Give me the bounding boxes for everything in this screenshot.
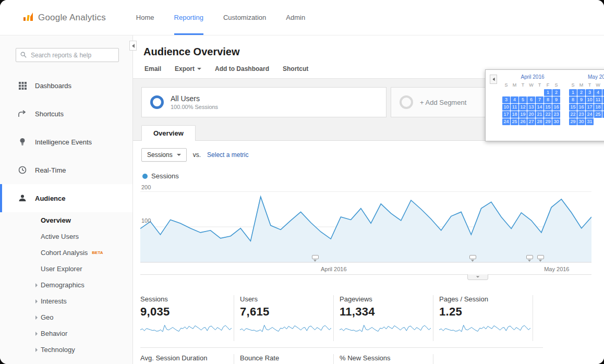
nav-admin[interactable]: Admin — [286, 0, 305, 35]
export-button[interactable]: Export — [175, 65, 201, 72]
calendar-day[interactable]: 25 — [511, 118, 518, 125]
calendar-day-header: F — [544, 82, 552, 89]
calendar-day[interactable]: 23 — [552, 111, 560, 118]
email-button[interactable]: Email — [144, 65, 161, 72]
metric-card-pages-per-session[interactable]: Pages / Session 1.25 — [439, 295, 533, 341]
calendar-day[interactable]: 22 — [569, 111, 577, 118]
metric-select-dropdown[interactable]: Sessions — [141, 148, 187, 162]
subnav-demographics[interactable]: Demographics — [0, 277, 132, 293]
calendar-day[interactable]: 7 — [536, 96, 543, 103]
google-analytics-brand[interactable]: Google Analytics — [0, 0, 106, 35]
calendar-day[interactable]: 6 — [527, 96, 535, 103]
metric-card-avg-session-duration[interactable]: Avg. Session Duration 00:01:16 — [140, 354, 234, 364]
calendar-day[interactable]: 12 — [519, 104, 527, 111]
sessions-chart[interactable] — [140, 191, 591, 264]
calendar-day[interactable]: 14 — [536, 104, 543, 111]
calendar-day[interactable]: 9 — [552, 96, 560, 103]
sidebar-item-dashboards[interactable]: Dashboards — [0, 71, 132, 100]
metric-card-users[interactable]: Users 7,615 — [240, 295, 334, 341]
calendar-empty-cell — [502, 89, 510, 96]
chart-collapse-tab[interactable] — [467, 274, 488, 280]
calendar-day[interactable]: 11 — [511, 104, 518, 111]
nav-customization[interactable]: Customization — [223, 0, 266, 35]
add-to-dashboard-button[interactable]: Add to Dashboard — [215, 65, 269, 72]
sidebar-item-audience[interactable]: Audience — [0, 184, 132, 212]
calendar-day[interactable]: 4 — [511, 96, 518, 103]
calendar-day[interactable]: 24 — [586, 111, 594, 118]
calendar-day[interactable]: 13 — [527, 104, 535, 111]
calendar-day[interactable]: 26 — [519, 118, 527, 125]
calendar-day[interactable]: 9 — [577, 96, 585, 103]
calendar-day[interactable]: 16 — [577, 104, 585, 111]
nav-reporting[interactable]: Reporting — [174, 0, 203, 35]
calendar-day[interactable]: 29 — [569, 118, 577, 125]
calendar-day[interactable]: 5 — [519, 96, 527, 103]
calendar-day[interactable]: 27 — [527, 118, 535, 125]
calendar-day[interactable]: 10 — [586, 96, 594, 103]
calendar-day[interactable]: 3 — [502, 96, 510, 103]
subnav-user-explorer[interactable]: User Explorer — [0, 261, 132, 277]
calendar-day[interactable]: 1 — [544, 89, 552, 96]
subnav-technology[interactable]: Technology — [0, 342, 132, 358]
calendar-day[interactable]: 16 — [552, 104, 560, 111]
calendar-day[interactable]: 29 — [544, 118, 552, 125]
sidebar-search[interactable] — [16, 48, 119, 62]
calendar-day[interactable]: 18 — [511, 111, 518, 118]
sidebar-item-shortcuts[interactable]: Shortcuts — [0, 100, 132, 128]
calendar-day[interactable]: 8 — [569, 96, 577, 103]
calendar-day[interactable]: 20 — [527, 111, 535, 118]
calendar-day[interactable]: 17 — [586, 104, 594, 111]
calendar-day[interactable]: 2 — [552, 89, 560, 96]
search-input[interactable] — [30, 51, 114, 59]
sidebar-item-real-time[interactable]: Real-Time — [0, 156, 132, 184]
calendar-day[interactable]: 31 — [586, 118, 594, 125]
metric-card-new-sessions[interactable]: % New Sessions 83.70% — [340, 354, 433, 364]
subnav-cohort-analysis[interactable]: Cohort AnalysisBETA — [0, 245, 132, 261]
subnav-behavior[interactable]: Behavior — [0, 325, 132, 342]
select-metric-link[interactable]: Select a metric — [207, 151, 248, 159]
calendar-day[interactable]: 4 — [594, 89, 602, 96]
calendar-grid: SMTWTFS123456789101112131415161718192021… — [502, 82, 563, 125]
metric-card-sessions[interactable]: Sessions 9,035 — [140, 295, 234, 341]
calendar-day[interactable]: 24 — [502, 118, 510, 125]
calendar-day[interactable]: 28 — [536, 118, 543, 125]
sidebar-collapse-button[interactable] — [129, 41, 137, 51]
subnav-overview[interactable]: Overview — [0, 212, 132, 228]
calendar-day[interactable]: 30 — [552, 118, 560, 125]
metric-card-pageviews[interactable]: Pageviews 11,334 — [340, 295, 433, 341]
calendar-day[interactable]: 10 — [502, 104, 510, 111]
calendar-day[interactable]: 23 — [577, 111, 585, 118]
sparkline-pageviews — [340, 322, 431, 336]
calendar-day[interactable]: 8 — [544, 96, 552, 103]
page-head: Audience Overview — [133, 35, 604, 62]
calendar-months: April 2016SMTWTFS12345678910111213141516… — [502, 74, 604, 137]
calendar-day[interactable]: 15 — [544, 104, 552, 111]
calendar-day[interactable]: 30 — [577, 118, 585, 125]
metric-card-bounce-rate[interactable]: Bounce Rate 80.39% — [240, 354, 334, 364]
calendar-day[interactable]: 15 — [569, 104, 577, 111]
caret-down-icon — [197, 68, 201, 70]
calendar-prev-button[interactable] — [490, 75, 497, 84]
calendar-day-header: S — [502, 82, 510, 89]
calendar-day[interactable]: 25 — [594, 111, 602, 118]
subnav-interests[interactable]: Interests — [0, 293, 132, 309]
calendar-day[interactable]: 18 — [594, 104, 602, 111]
nav-home[interactable]: Home — [136, 0, 154, 35]
calendar-day[interactable]: 21 — [536, 111, 543, 118]
calendar-day[interactable]: 17 — [502, 111, 510, 118]
calendar-month-title: April 2016 — [502, 74, 563, 80]
shortcut-button[interactable]: Shortcut — [283, 65, 308, 72]
calendar-day[interactable]: 1 — [569, 89, 577, 96]
all-users-segment-card[interactable]: All Users 100.00% Sessions — [141, 87, 386, 117]
sidebar-item-intelligence-events[interactable]: Intelligence Events — [0, 128, 132, 156]
tab-overview[interactable]: Overview — [141, 125, 196, 141]
calendar-day-header: W — [527, 82, 535, 89]
subnav-geo[interactable]: Geo — [0, 309, 132, 325]
calendar-day[interactable]: 11 — [594, 96, 602, 103]
calendar-day[interactable]: 22 — [544, 111, 552, 118]
subnav-active-users[interactable]: Active Users — [0, 228, 132, 245]
calendar-day[interactable]: 3 — [586, 89, 594, 96]
calendar-day[interactable]: 2 — [577, 89, 585, 96]
calendar-day[interactable]: 19 — [519, 111, 527, 118]
calendar-day-header: T — [586, 82, 594, 89]
